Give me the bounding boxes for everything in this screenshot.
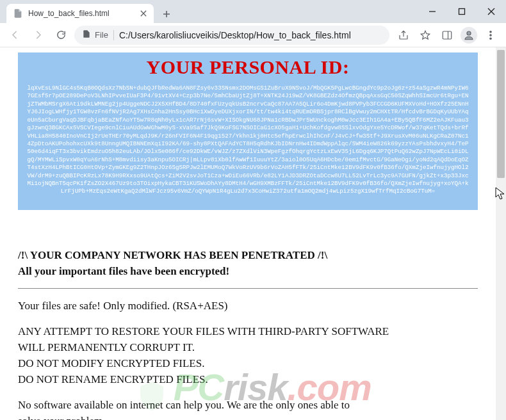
headline-penetrated: /!\ YOUR COMPANY NETWORK HAS BEEN PENETR… [18,248,478,262]
minimize-button[interactable] [418,0,447,23]
side-panel-button[interactable] [437,25,457,45]
svg-point-4 [490,34,491,35]
url-text: C:/Users/karolisliucveikis/Desktop/How_t… [119,30,351,40]
svg-point-2 [467,31,471,35]
ransom-body: /!\ YOUR COMPANY NETWORK HAS BEEN PENETR… [18,248,478,420]
tab-close-button[interactable] [138,8,149,19]
svg-point-5 [490,38,491,39]
avatar-icon [461,27,477,44]
headline-encrypted: All your important files have been encry… [18,264,478,278]
warn-line-1: ANY ATTEMPT TO RESTORE YOUR FILES WITH T… [18,325,478,338]
svg-rect-0 [459,9,465,15]
nosw-line-1: No software available on internet can he… [18,398,478,412]
close-window-button[interactable] [477,0,506,23]
no-software-block: No software available on internet can he… [18,398,478,420]
page-viewport: YOUR PERSONAL ID: lqXvEsL9NlGC4s5KqB0OQd… [0,47,506,420]
personal-id-card: YOUR PERSONAL ID: lqXvEsL9NlGC4s5KqB0OQd… [18,52,478,210]
url-scheme-label: File [95,30,108,40]
document-icon [82,29,91,40]
file-icon [13,8,23,19]
tab-strip: How_to_back_files.html [0,0,418,23]
forward-button[interactable] [28,26,47,45]
svg-point-3 [490,31,491,32]
profile-button[interactable] [459,25,479,45]
divider [18,288,478,289]
address-bar[interactable]: File C:/Users/karolisliucveikis/Desktop/… [74,26,389,45]
reload-button[interactable] [51,26,70,45]
warning-block: ANY ATTEMPT TO RESTORE YOUR FILES WITH T… [18,325,478,387]
warn-line-4: DO NOT RENAME ENCRYPTED FILES. [18,373,478,386]
url-scheme-chip: File [82,29,108,40]
tab-title: How_to_back_files.html [28,9,133,18]
page-content: YOUR PERSONAL ID: lqXvEsL9NlGC4s5KqB0OQd… [0,47,496,420]
svg-rect-1 [443,31,452,39]
share-button[interactable] [393,25,414,45]
warn-line-3: DO NOT MODIFY ENCRYPTED FILES. [18,357,478,370]
warn-line-2: WILL PERMANENTLY CORRUPT IT. [18,341,478,354]
files-safe-line: Your files are safe! Only modified. (RSA… [18,299,478,312]
personal-id-heading: YOUR PERSONAL ID: [27,56,469,78]
separator [113,30,114,40]
bookmark-button[interactable] [415,25,436,45]
window-controls [418,0,506,23]
window-titlebar: How_to_back_files.html [0,0,506,23]
scrollbar-thumb[interactable] [497,50,505,178]
nosw-line-2: solve your problem. [18,414,478,420]
browser-toolbar: File C:/Users/karolisliucveikis/Desktop/… [0,23,506,47]
personal-id-value: lqXvEsL9NlGC4s5KqB0OQdsXz7NbSN+dubQJFbRe… [27,85,469,196]
new-tab-button[interactable] [158,5,175,23]
maximize-button[interactable] [447,0,477,23]
vertical-scrollbar[interactable] [496,47,506,420]
browser-tab[interactable]: How_to_back_files.html [6,4,154,23]
menu-button[interactable] [480,25,501,45]
back-button[interactable] [5,26,24,45]
toolbar-right [393,25,501,45]
